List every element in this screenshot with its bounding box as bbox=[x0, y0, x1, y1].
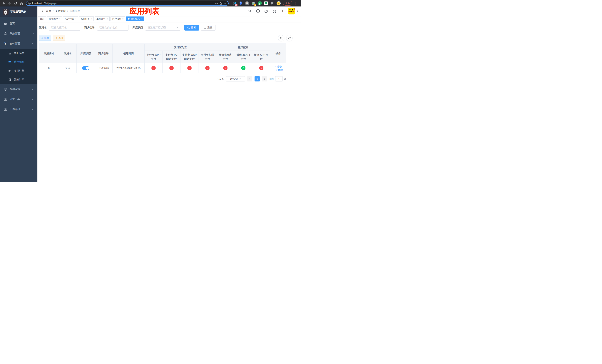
extension-diamond-icon[interactable]: 10 bbox=[232, 1, 237, 6]
group-wechat-config: 微信配置 bbox=[216, 44, 270, 51]
app-logo[interactable]: 芋道管理系统 bbox=[0, 7, 37, 17]
fullscreen-icon[interactable] bbox=[272, 9, 276, 13]
sidebar-item-merchant-info[interactable]: 商户信息 bbox=[0, 49, 37, 58]
status-badge: × bbox=[187, 66, 192, 70]
page-size-select[interactable]: 10条/页 bbox=[226, 76, 245, 81]
status-badge: × bbox=[205, 66, 210, 70]
documents-icon bbox=[8, 78, 11, 81]
profile-avatar-emoji[interactable] bbox=[276, 1, 281, 6]
sidebar-collapse-icon[interactable] bbox=[37, 7, 46, 16]
col-app-id: 应用编号 bbox=[39, 44, 59, 63]
delete-link[interactable]: 删除 bbox=[275, 68, 283, 72]
sidebar-menu: 首页 系统管理 ¥ 支付管理 bbox=[0, 17, 37, 114]
user-avatar-menu[interactable] bbox=[288, 8, 298, 14]
sidebar-item-pay[interactable]: ¥ 支付管理 bbox=[0, 39, 37, 49]
chevron-down-icon bbox=[32, 99, 34, 100]
col-alipay-wap: 支付宝 WAP 网站支付 bbox=[181, 51, 198, 63]
status-badge: × bbox=[151, 66, 156, 70]
browser-back-icon[interactable] bbox=[1, 1, 6, 6]
sidebar-item-label: 退款订单 bbox=[14, 78, 24, 81]
url-text: localhost:1024/pay/app bbox=[32, 2, 57, 5]
toggle-search-button[interactable] bbox=[278, 35, 284, 41]
tag-refund-order[interactable]: 退款订单× bbox=[95, 16, 109, 21]
github-icon[interactable] bbox=[256, 9, 260, 13]
goto-page-input[interactable] bbox=[275, 76, 283, 81]
sidebar-item-label: 商户信息 bbox=[14, 52, 24, 55]
browser-reload-icon[interactable] bbox=[13, 1, 18, 6]
close-icon[interactable]: × bbox=[122, 18, 123, 20]
close-icon[interactable]: × bbox=[75, 18, 76, 20]
extension-command-icon[interactable]: ⌘ bbox=[245, 1, 249, 6]
top-navbar: 首页 / 支付管理 / 应用信息 应用列表 bbox=[37, 7, 301, 16]
font-size-icon[interactable]: TT bbox=[281, 10, 284, 13]
chevron-right-icon bbox=[264, 78, 266, 80]
close-icon[interactable]: × bbox=[107, 18, 108, 20]
app-name-input[interactable] bbox=[49, 25, 80, 31]
download-icon bbox=[55, 37, 58, 39]
tag-home[interactable]: 首页 bbox=[38, 16, 46, 21]
site-info-icon[interactable] bbox=[28, 2, 31, 5]
tag-merchant-info[interactable]: 商户信息× bbox=[110, 16, 125, 21]
extension-chat-icon[interactable] bbox=[264, 1, 268, 6]
merchant-name-input[interactable] bbox=[97, 25, 129, 31]
address-bar[interactable]: localhost:1024/pay/app ☆ bbox=[26, 1, 229, 6]
add-button[interactable]: 新增 bbox=[39, 36, 51, 41]
close-icon[interactable]: × bbox=[59, 18, 60, 20]
chrome-update-button[interactable]: 更新 bbox=[283, 1, 292, 6]
next-page-button[interactable] bbox=[262, 76, 267, 81]
extension-y-icon[interactable]: y bbox=[258, 1, 262, 6]
page-number-1[interactable]: 1 bbox=[255, 76, 260, 81]
prev-page-button[interactable] bbox=[247, 76, 252, 81]
sidebar-item-system[interactable]: 系统管理 bbox=[0, 29, 37, 39]
reset-button[interactable]: 重置 bbox=[201, 25, 215, 31]
merchant-name-label: 商户名称 bbox=[85, 26, 95, 29]
refresh-table-button[interactable] bbox=[286, 35, 292, 41]
help-icon[interactable] bbox=[264, 9, 268, 13]
password-key-icon[interactable] bbox=[215, 2, 218, 5]
bookmark-star-icon[interactable]: ☆ bbox=[224, 2, 226, 5]
breadcrumb-pay-management[interactable]: 支付管理 bbox=[55, 10, 65, 13]
cell-actions: 修改 删除 bbox=[270, 63, 286, 73]
sidebar-item-label: 工作流程 bbox=[10, 107, 29, 111]
share-icon[interactable] bbox=[219, 2, 222, 5]
sidebar-item-infra[interactable]: 基础设施 bbox=[0, 84, 37, 94]
col-wechat-mini: 微信小程序支付 bbox=[216, 51, 234, 63]
table-row: 6 芋道 芋道源码 2021-10-23 08:49:25 × × × × × bbox=[39, 63, 286, 73]
breadcrumb-current: 应用信息 bbox=[70, 10, 80, 13]
status-badge: × bbox=[259, 66, 263, 70]
app-name-label: 应用名 bbox=[39, 26, 47, 29]
sidebar-item-workflow[interactable]: 工作流程 bbox=[0, 104, 37, 114]
browser-home-icon[interactable] bbox=[19, 1, 24, 6]
edit-link[interactable]: 修改 bbox=[275, 65, 282, 68]
extension-recorder-icon[interactable]: 1 bbox=[251, 1, 256, 6]
close-icon[interactable]: × bbox=[141, 18, 142, 20]
chevron-down-icon bbox=[32, 33, 34, 34]
search-icon[interactable] bbox=[248, 9, 252, 13]
sidebar-item-devtools[interactable]: 研发工具 bbox=[0, 94, 37, 104]
tag-user-group[interactable]: 用户分组× bbox=[63, 16, 78, 21]
screen: localhost:1024/pay/app ☆ 10 ⌘ 1 y bbox=[0, 0, 301, 182]
extension-pin-icon[interactable] bbox=[239, 1, 243, 6]
breadcrumb-home[interactable]: 首页 bbox=[46, 10, 51, 13]
caret-down-icon bbox=[297, 11, 298, 12]
cell-alipay-qr-status: × bbox=[198, 63, 216, 73]
browser-forward-icon[interactable] bbox=[7, 1, 12, 6]
extensions-puzzle-icon[interactable] bbox=[270, 1, 275, 6]
status-label: 开启状态 bbox=[133, 26, 143, 29]
sidebar-item-pay-order[interactable]: 支付订单 bbox=[0, 66, 37, 75]
browser-menu-icon[interactable] bbox=[294, 2, 296, 5]
enabled-toggle[interactable] bbox=[82, 66, 89, 70]
sidebar-item-label: 基础设施 bbox=[10, 87, 29, 91]
tag-pay-order[interactable]: 支付订单× bbox=[79, 16, 94, 21]
sidebar-item-label: 支付管理 bbox=[10, 42, 29, 45]
export-button[interactable]: 导出 bbox=[53, 36, 65, 41]
search-button[interactable]: 搜索 bbox=[184, 25, 199, 31]
tag-process-form[interactable]: 流程表单× bbox=[47, 16, 62, 21]
close-icon[interactable]: × bbox=[91, 18, 92, 20]
status-select[interactable]: 请选择开启状态 bbox=[145, 25, 180, 31]
tag-app-info-active[interactable]: 应用信息× bbox=[126, 16, 144, 21]
sidebar-item-home[interactable]: 首页 bbox=[0, 19, 37, 29]
sidebar-item-refund-order[interactable]: 退款订单 bbox=[0, 75, 37, 84]
sidebar-item-app-info[interactable]: 应用信息 bbox=[0, 58, 37, 66]
page-content: 应用名 商户名称 开启状态 请选择开启状态 搜索 重置 bbox=[37, 22, 301, 182]
